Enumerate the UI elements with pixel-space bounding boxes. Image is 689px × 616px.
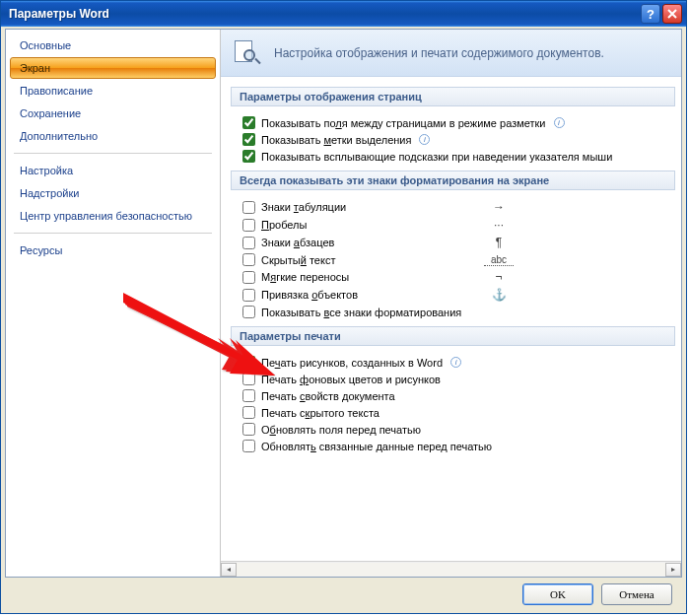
help-button[interactable]: ? [641,4,660,24]
sidebar-item-general[interactable]: Основные [10,34,216,56]
sidebar-item-resources[interactable]: Ресурсы [10,240,216,261]
opt-paragraph-marks[interactable]: Знаки абзацев ¶ [231,234,675,251]
opt-update-fields[interactable]: Обновлять поля перед печатью [231,421,675,438]
opt-optional-hyphens[interactable]: Мягкие переносы ¬ [231,268,675,286]
scroll-track[interactable] [237,563,665,577]
symbol-space: ··· [484,218,514,232]
header-text: Настройка отображения и печати содержимо… [274,46,604,60]
info-icon[interactable]: i [450,357,461,368]
display-options-icon [235,40,260,66]
opt-show-all-marks[interactable]: Показывать все знаки форматирования [231,304,675,320]
content-header: Настройка отображения и печати содержимо… [221,30,681,77]
option-label: Мягкие переносы [261,271,478,283]
close-button[interactable] [662,4,682,24]
checkbox[interactable] [242,373,255,385]
sidebar-item-addins[interactable]: Надстройки [10,182,216,204]
option-label: Показывать все знаки форматирования [261,307,478,318]
ok-button[interactable]: OK [522,583,593,605]
option-label: Обновлять поля перед печатью [261,424,421,436]
option-label: Знаки табуляции [261,201,478,213]
section-marks-title: Всегда показывать эти знаки форматирован… [231,171,675,190]
opt-spaces[interactable]: Пробелы ··· [231,216,675,234]
checkbox[interactable] [242,133,255,146]
section-display-title: Параметры отображения страниц [231,87,675,106]
checkbox[interactable] [242,150,255,163]
opt-update-linked-data[interactable]: Обновлять связанные данные перед печатью [231,438,675,454]
checkbox[interactable] [242,406,255,419]
content-scroll[interactable]: Параметры отображения страниц Показывать… [221,77,681,561]
opt-show-space-between-pages[interactable]: Показывать поля между страницами в режим… [231,114,675,131]
option-label: Скрытый текст [261,254,478,266]
scroll-left-button[interactable]: ◂ [221,563,237,577]
option-label: Печать свойств документа [261,390,395,402]
checkbox[interactable] [242,306,255,318]
option-label: Показывать метки выделения [261,134,411,146]
opt-tab-characters[interactable]: Знаки табуляции → [231,198,675,216]
sidebar-item-proofing[interactable]: Правописание [10,80,216,102]
option-label: Обновлять связанные данные перед печатью [261,441,492,452]
opt-hidden-text[interactable]: Скрытый текст abc [231,251,675,268]
checkbox[interactable] [242,423,255,436]
option-label: Печать скрытого текста [261,407,379,419]
symbol-hyphen: ¬ [484,270,514,284]
opt-object-anchors[interactable]: Привязка объектов ⚓ [231,286,675,304]
scroll-right-button[interactable]: ▸ [665,563,681,577]
checkbox[interactable] [242,289,255,302]
opt-print-drawings[interactable]: Печать рисунков, созданных в Word i [231,354,675,371]
opt-print-properties[interactable]: Печать свойств документа [231,387,675,404]
opt-print-background[interactable]: Печать фоновых цветов и рисунков [231,371,675,387]
sidebar-separator [14,233,212,234]
option-label: Привязка объектов [261,289,478,301]
section-print-title: Параметры печати [231,326,675,346]
opt-print-hidden-text[interactable]: Печать скрытого текста [231,404,675,421]
checkbox[interactable] [242,356,255,369]
option-label: Печать рисунков, созданных в Word [261,357,443,369]
symbol-hidden: abc [484,254,514,266]
symbol-anchor: ⚓ [484,288,514,302]
checkbox[interactable] [242,219,255,232]
sidebar-item-advanced[interactable]: Дополнительно [10,125,216,147]
sidebar: Основные Экран Правописание Сохранение Д… [6,30,221,577]
opt-show-tooltips-on-hover[interactable]: Показывать всплывающие подсказки при нав… [231,148,675,165]
checkbox[interactable] [242,440,255,452]
checkbox[interactable] [242,389,255,402]
option-label: Пробелы [261,219,478,231]
symbol-tab: → [484,200,514,214]
checkbox[interactable] [242,116,255,129]
content: Настройка отображения и печати содержимо… [221,30,681,577]
option-label: Показывать поля между страницами в режим… [261,117,546,129]
info-icon[interactable]: i [419,134,430,145]
cancel-button[interactable]: Отмена [601,583,672,605]
dialog-footer: OK Отмена [5,580,682,609]
checkbox[interactable] [242,201,255,214]
word-options-dialog: Параметры Word ? Основные Экран Правопис… [0,0,687,614]
opt-show-highlighter-marks[interactable]: Показывать метки выделения i [231,131,675,148]
checkbox[interactable] [242,253,255,266]
option-label: Показывать всплывающие подсказки при нав… [261,151,612,163]
sidebar-item-customize[interactable]: Настройка [10,160,216,181]
sidebar-item-display[interactable]: Экран [10,57,216,79]
sidebar-item-trust-center[interactable]: Центр управления безопасностью [10,205,216,227]
checkbox[interactable] [242,237,255,249]
option-label: Печать фоновых цветов и рисунков [261,374,441,385]
info-icon[interactable]: i [554,117,565,128]
symbol-paragraph: ¶ [484,236,514,249]
body: Основные Экран Правописание Сохранение Д… [5,29,682,578]
sidebar-item-save[interactable]: Сохранение [10,103,216,124]
window-title: Параметры Word [9,7,639,21]
checkbox[interactable] [242,271,255,284]
titlebar[interactable]: Параметры Word ? [1,1,686,27]
sidebar-separator [14,153,212,154]
horizontal-scrollbar[interactable]: ◂ ▸ [221,561,681,577]
option-label: Знаки абзацев [261,237,478,248]
